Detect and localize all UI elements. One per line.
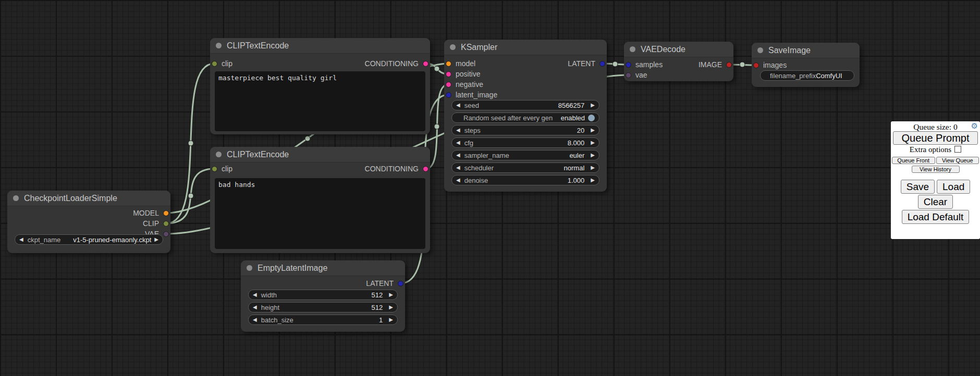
increment-arrow-icon[interactable]: ▶ [591,128,595,133]
collapse-dot-icon[interactable] [450,44,456,50]
latent-output-port[interactable] [599,61,605,67]
filename-prefix-widget[interactable]: filename_prefix ComfyUI [760,70,854,81]
decrement-arrow-icon[interactable]: ◀ [456,140,460,145]
clip-text-encode-negative-node[interactable]: CLIPTextEncode clip CONDITIONING bad han… [210,147,430,253]
node-title: SaveImage [768,46,811,55]
load-button[interactable]: Load [937,180,970,194]
increment-arrow-icon[interactable]: ▶ [591,165,595,170]
samples-input-port[interactable] [626,62,631,68]
latent-output-port[interactable] [398,281,403,286]
node-titlebar[interactable]: KSampler [444,40,607,55]
image-output-port[interactable] [726,62,732,68]
link-midpoint-dot [305,136,310,141]
link-midpoint-dot [740,62,745,67]
seed-widget[interactable]: ◀ seed 8566257 ▶ [451,100,599,110]
node-title: CheckpointLoaderSimple [24,194,117,203]
positive-prompt-textarea[interactable]: masterpiece best quality girl [215,71,425,131]
negative-input-port[interactable] [446,82,451,87]
collapse-dot-icon[interactable] [630,46,635,52]
clip-output-port[interactable] [163,221,169,227]
extra-options-label: Extra options [910,145,951,154]
collapse-dot-icon[interactable] [247,265,252,271]
decrement-arrow-icon[interactable]: ◀ [253,292,257,297]
latent-image-input-port[interactable] [446,92,451,98]
node-title: CLIPTextEncode [227,41,289,51]
vae-decode-node[interactable]: VAEDecode samples IMAGE vae [624,42,733,81]
node-title: CLIPTextEncode [227,150,289,159]
comfy-menu-panel: Queue size: 0 ⚙ Queue Prompt Extra optio… [891,121,980,239]
model-input-port[interactable] [446,61,451,67]
link-midpoint-dot [188,193,193,198]
decrement-arrow-icon[interactable]: ◀ [253,305,257,310]
cfg-widget[interactable]: ◀ cfg 8.000 ▶ [451,137,599,148]
denoise-widget[interactable]: ◀ denoise 1.000 ▶ [451,175,599,185]
increment-arrow-icon[interactable]: ▶ [591,103,595,108]
collapse-dot-icon[interactable] [216,43,222,48]
decrement-arrow-icon[interactable]: ◀ [456,178,460,183]
increment-arrow-icon[interactable]: ▶ [591,140,595,145]
save-button[interactable]: Save [901,180,935,194]
conditioning-output-port[interactable] [423,166,428,172]
conditioning-output-port[interactable] [423,61,428,67]
ckpt-name-widget[interactable]: ◀ ckpt_name v1-5-pruned-emaonly.ckpt ▶ [15,234,163,245]
node-titlebar[interactable]: VAEDecode [624,42,733,57]
link-midpoint-dot [612,61,618,67]
view-history-button[interactable]: View History [912,166,960,173]
decrement-arrow-icon[interactable]: ◀ [456,165,460,170]
vae-output-port[interactable] [163,231,169,237]
model-output-port[interactable] [163,210,169,216]
node-title: KSampler [461,43,497,52]
decrement-arrow-icon[interactable]: ◀ [19,237,23,242]
load-default-button[interactable]: Load Default [902,210,970,224]
collapse-dot-icon[interactable] [757,47,763,53]
view-queue-button[interactable]: View Queue [936,157,979,164]
batch-size-widget[interactable]: ◀ batch_size 1 ▶ [248,315,398,325]
node-titlebar[interactable]: CheckpointLoaderSimple [7,191,170,206]
empty-latent-image-node[interactable]: EmptyLatentImage LATENT ◀ width 512 ▶ ◀ … [241,260,405,332]
checkpoint-loader-node[interactable]: CheckpointLoaderSimple MODEL CLIP VAE ◀ … [7,191,170,253]
increment-arrow-icon[interactable]: ▶ [591,178,595,183]
collapse-dot-icon[interactable] [13,195,19,201]
increment-arrow-icon[interactable]: ▶ [389,292,393,297]
negative-prompt-textarea[interactable]: bad hands [215,178,425,249]
settings-gear-icon[interactable]: ⚙ [971,122,978,130]
toggle-enabled-icon[interactable] [588,115,595,121]
ksampler-node[interactable]: KSampler model LATENT positive negative … [444,40,607,192]
queue-size-label: Queue size: 0 [913,122,957,131]
node-titlebar[interactable]: EmptyLatentImage [241,260,405,276]
decrement-arrow-icon[interactable]: ◀ [456,103,460,108]
scheduler-widget[interactable]: ◀ scheduler normal ▶ [451,162,599,173]
node-titlebar[interactable]: CLIPTextEncode [210,147,430,162]
save-image-node[interactable]: SaveImage images filename_prefix ComfyUI [752,43,860,87]
comfyui-canvas[interactable]: { "ui": { "left_arrow": "◀", "right_arro… [0,0,980,376]
height-widget[interactable]: ◀ height 512 ▶ [248,302,398,312]
link-midpoint-dot [434,124,439,129]
node-title: VAEDecode [641,45,685,54]
width-widget[interactable]: ◀ width 512 ▶ [248,290,398,300]
queue-prompt-button[interactable]: Queue Prompt [893,131,978,145]
increment-arrow-icon[interactable]: ▶ [389,317,393,322]
steps-widget[interactable]: ◀ steps 20 ▶ [451,125,599,135]
extra-options-checkbox[interactable] [954,146,961,153]
sampler-name-widget[interactable]: ◀ sampler_name euler ▶ [451,150,599,160]
node-titlebar[interactable]: CLIPTextEncode [210,38,430,54]
node-titlebar[interactable]: SaveImage [752,43,860,58]
increment-arrow-icon[interactable]: ▶ [591,153,595,158]
decrement-arrow-icon[interactable]: ◀ [253,317,257,322]
increment-arrow-icon[interactable]: ▶ [154,237,158,242]
clip-input-port[interactable] [212,166,217,172]
increment-arrow-icon[interactable]: ▶ [389,305,393,310]
positive-input-port[interactable] [446,71,451,77]
clear-button[interactable]: Clear [918,195,953,209]
vae-input-port[interactable] [626,72,631,78]
link-midpoint-dot [188,141,193,146]
queue-front-button[interactable]: Queue Front [892,157,935,164]
decrement-arrow-icon[interactable]: ◀ [456,153,460,158]
images-input-port[interactable] [753,62,759,68]
clip-input-port[interactable] [212,61,217,67]
decrement-arrow-icon[interactable]: ◀ [456,128,460,133]
node-title: EmptyLatentImage [258,264,327,273]
collapse-dot-icon[interactable] [216,152,222,157]
random-seed-toggle-widget[interactable]: Random seed after every gen enabled [451,112,599,123]
clip-text-encode-positive-node[interactable]: CLIPTextEncode clip CONDITIONING masterp… [210,38,430,134]
